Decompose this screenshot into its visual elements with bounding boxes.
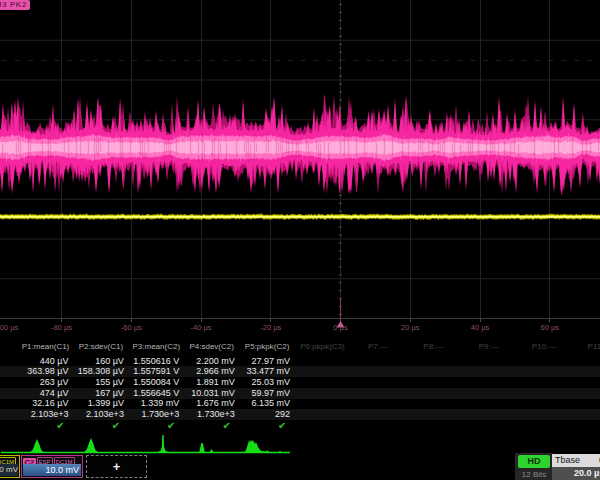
center-axis-tick — [339, 84, 342, 85]
trigger-level-dash — [418, 60, 423, 61]
trigger-level-dash — [288, 60, 293, 61]
center-axis-tick — [339, 274, 342, 275]
trigger-level-dash — [444, 60, 449, 61]
time-axis-tick — [201, 319, 202, 323]
param-value: 1.730e+3 — [183, 409, 235, 420]
trigger-level-dash — [197, 60, 202, 61]
center-axis-tick — [339, 227, 342, 228]
center-axis-tick — [339, 211, 342, 212]
center-axis-tick — [339, 36, 342, 37]
time-axis-label: 40 µs — [452, 323, 508, 333]
trigger-level-dash — [587, 60, 592, 61]
trigger-level-dash — [210, 60, 215, 61]
channel-descriptor-c1[interactable]: C1DC1M10.0 mV — [0, 455, 20, 478]
param-value: 167 µV — [72, 388, 124, 399]
trigger-level-dash — [275, 60, 280, 61]
trigger-level-dash — [145, 60, 150, 61]
time-axis-tick — [131, 319, 132, 323]
param-status-check: ✔ — [275, 421, 289, 431]
trigger-level-dash — [106, 60, 111, 61]
param-value: 2.200 mV — [183, 356, 235, 367]
param-header-3[interactable]: P3:mean(C2) — [128, 342, 184, 352]
param-value: 363.98 µV — [17, 366, 69, 377]
trigger-level-dash — [93, 60, 98, 61]
trigger-level-dash — [54, 60, 59, 61]
trigger-level-dash — [314, 60, 319, 61]
param-status-check: ✔ — [220, 421, 234, 431]
param-value: 2.103e+3 — [17, 409, 69, 420]
param-value: 1.399 µV — [72, 398, 124, 409]
trigger-level-dash — [470, 60, 475, 61]
trigger-level-dash — [132, 60, 137, 61]
center-axis-tick — [339, 44, 342, 45]
time-axis-tick — [480, 319, 481, 323]
timebase-title: Tbase 0 — [552, 454, 600, 467]
center-axis-tick — [339, 12, 342, 13]
c1-trace-bright — [0, 216, 600, 218]
param-value: 1.891 mV — [183, 377, 235, 388]
param-header-1[interactable]: P1:mean(C1) — [18, 342, 74, 352]
trigger-level-dash — [392, 60, 397, 61]
volts-per-div: 10.0 mV — [0, 464, 18, 476]
param-header-4[interactable]: P4:sdev(C2) — [184, 342, 240, 352]
trigger-level-dash — [119, 60, 124, 61]
param-header-8: P8:--- — [405, 342, 461, 352]
param-value: 158.308 µV — [72, 366, 124, 377]
param-value: 160 µV — [72, 356, 124, 367]
time-axis-label: -60 µs — [103, 323, 159, 333]
trigger-level-dash — [366, 60, 371, 61]
hd-mode-panel[interactable]: HD 12 Bits — [515, 453, 553, 480]
param-header-11: P11:--- — [572, 342, 600, 352]
param-value: 155 µV — [72, 377, 124, 388]
add-trace-button[interactable]: + — [86, 455, 147, 478]
center-axis-tick — [339, 68, 342, 69]
trigger-level-dash — [262, 60, 267, 61]
center-axis-tick — [339, 203, 342, 204]
histicon-peak — [29, 439, 45, 453]
timebase-descriptor[interactable]: Tbase 0 20.0 µs — [552, 453, 600, 480]
trace-label-badge: M3 PK2 — [0, 0, 30, 10]
param-header-7: P7:--- — [350, 342, 406, 352]
volts-per-div: 10.0 mV — [23, 464, 81, 476]
trigger-level-dash — [548, 60, 553, 61]
param-value: 32.16 µV — [17, 398, 69, 409]
channel-descriptor-c2[interactable]: C2ESPDC1M10.0 mV — [21, 455, 83, 478]
center-axis-tick — [339, 243, 342, 244]
trigger-level-dash — [379, 60, 384, 61]
param-value: 6.135 mV — [238, 398, 290, 409]
param-header-2[interactable]: P2:sdev(C1) — [73, 342, 129, 352]
time-axis-label: 0 µs — [313, 323, 369, 333]
param-value: 2.103e+3 — [72, 409, 124, 420]
hd-bits-label: 12 Bits — [515, 470, 553, 479]
trigger-level-dash — [483, 60, 488, 61]
trigger-level-dash — [80, 60, 85, 61]
center-axis-tick — [339, 20, 342, 21]
param-value: 2.966 mV — [183, 366, 235, 377]
param-value: 440 µV — [17, 356, 69, 367]
time-axis-label: 60 µs — [522, 323, 578, 333]
trigger-level-dash — [249, 60, 254, 61]
param-status-check: ✔ — [109, 421, 123, 431]
histicon-peak — [83, 438, 99, 453]
param-value: 33.477 mV — [238, 366, 290, 377]
hd-badge: HD — [518, 455, 550, 468]
time-axis-label: -20 µs — [243, 323, 299, 333]
trigger-level-dash — [301, 60, 306, 61]
center-axis-tick — [339, 28, 342, 29]
param-value: 1.556645 V — [127, 388, 179, 399]
param-value: 292 — [238, 409, 290, 420]
center-axis-tick — [339, 107, 342, 108]
trigger-level-dash — [340, 60, 345, 61]
param-header-5[interactable]: P5:pkpk(C2) — [239, 342, 295, 352]
param-header-9: P9:--- — [461, 342, 517, 352]
trigger-level-dash — [184, 60, 189, 61]
trigger-level-dash — [327, 60, 332, 61]
param-value: 263 µV — [17, 377, 69, 388]
param-header-6: P6:pkpk(C3) — [295, 342, 351, 352]
center-axis-tick — [339, 250, 342, 251]
center-axis-tick — [339, 266, 342, 267]
oscilloscope-screen: M3 PK2 -100 µs-80 µs-60 µs-40 µs-20 µs0 … — [0, 0, 600, 480]
param-status-check: ✔ — [54, 421, 68, 431]
time-axis-label: 20 µs — [382, 323, 438, 333]
center-axis-tick — [339, 52, 342, 53]
